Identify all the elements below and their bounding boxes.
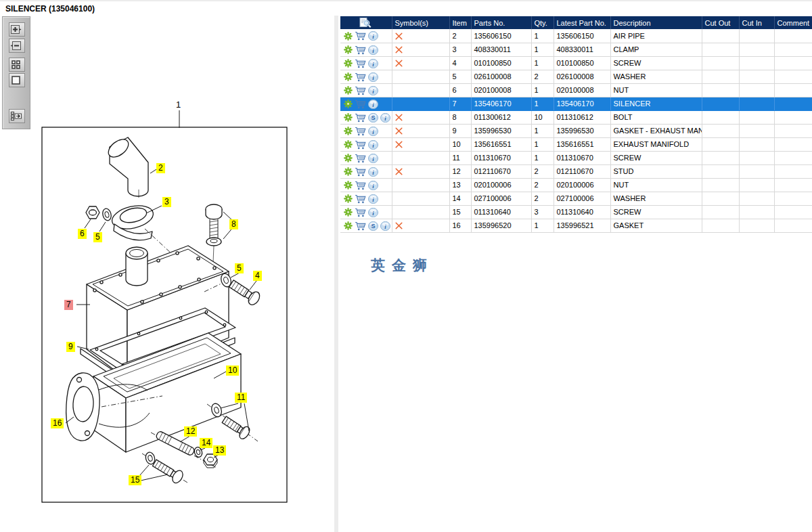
info-icon[interactable]: i xyxy=(368,167,378,177)
cart-icon[interactable] xyxy=(355,86,366,95)
minus-icon xyxy=(10,41,22,51)
gear-icon[interactable] xyxy=(344,59,353,68)
callout-8[interactable]: 8 xyxy=(229,219,238,229)
zoom-in-button[interactable] xyxy=(9,22,25,37)
info-icon[interactable]: i xyxy=(368,31,378,41)
part-row-item-10[interactable]: i101356165511135616551EXHAUST MANIFOLD xyxy=(340,137,812,151)
callout-16[interactable]: 16 xyxy=(51,418,64,428)
cart-icon[interactable] xyxy=(355,127,366,136)
callout-3[interactable]: 3 xyxy=(162,197,171,207)
column-header-comment[interactable]: Comment xyxy=(774,16,812,29)
gear-icon[interactable] xyxy=(344,208,353,217)
column-header-symbols[interactable]: Symbol(s) xyxy=(392,16,449,29)
part-row-item-15[interactable]: i150113106403011310640SCREW xyxy=(340,205,812,219)
callout-14[interactable]: 14 xyxy=(200,438,212,448)
cart-icon[interactable] xyxy=(355,59,366,68)
cart-icon[interactable] xyxy=(355,208,366,217)
gear-icon[interactable] xyxy=(344,167,353,176)
gear-icon[interactable] xyxy=(344,181,353,190)
part-row-item-4[interactable]: i40101008501010100850SCREW xyxy=(340,56,812,70)
gear-icon[interactable] xyxy=(344,99,353,108)
info-icon[interactable]: i xyxy=(368,99,378,109)
callout-6[interactable]: 6 xyxy=(78,229,87,239)
part-row-item-11[interactable]: i110113106701011310670SCREW xyxy=(340,151,812,164)
column-header-latest_part_no[interactable]: Latest Part No. xyxy=(554,16,610,29)
callout-5[interactable]: 5 xyxy=(235,263,244,273)
part-row-item-3[interactable]: i34083300111408330011CLAMP xyxy=(340,43,812,56)
column-header-actions[interactable] xyxy=(340,16,392,29)
gear-icon[interactable] xyxy=(344,154,353,162)
info-icon[interactable]: i xyxy=(368,86,378,95)
part-row-item-16[interactable]: Si161359965201135996521GASKET xyxy=(340,219,812,232)
cell-actions: i xyxy=(340,137,392,151)
cart-icon[interactable] xyxy=(355,194,366,204)
tile-view-button[interactable] xyxy=(9,58,25,72)
part-row-item-2[interactable]: i21356061501135606150AIR PIPE xyxy=(340,29,812,43)
column-header-parts_no[interactable]: Parts No. xyxy=(471,16,531,29)
info-icon[interactable]: i xyxy=(368,154,378,163)
cart-icon[interactable] xyxy=(355,154,366,163)
callout-7[interactable]: 7 xyxy=(64,300,73,310)
column-header-cut_out[interactable]: Cut Out xyxy=(702,16,739,29)
cart-icon[interactable] xyxy=(355,113,366,123)
cart-icon[interactable] xyxy=(355,99,366,109)
cell-item: 12 xyxy=(449,164,471,178)
info-icon[interactable]: i xyxy=(380,221,390,231)
s-badge-icon[interactable]: S xyxy=(368,113,378,123)
gear-icon[interactable] xyxy=(344,32,353,41)
gear-icon[interactable] xyxy=(344,127,353,135)
callout-13[interactable]: 13 xyxy=(213,445,226,456)
part-row-item-5[interactable]: i50261000082026100008WASHER xyxy=(340,70,812,83)
info-icon[interactable]: i xyxy=(368,127,378,136)
part-row-item-8[interactable]: Si801130061210011310612BOLT xyxy=(340,110,812,124)
gear-icon[interactable] xyxy=(344,113,353,122)
column-header-cut_in[interactable]: Cut In xyxy=(739,16,774,29)
gear-icon[interactable] xyxy=(344,140,353,149)
column-header-qty[interactable]: Qty. xyxy=(531,16,554,29)
gear-icon[interactable] xyxy=(344,86,353,95)
column-header-description[interactable]: Description xyxy=(610,16,702,29)
callout-12[interactable]: 12 xyxy=(184,426,197,437)
callout-4[interactable]: 4 xyxy=(253,271,262,281)
part-row-item-12[interactable]: i120121106702012110670STUD xyxy=(340,164,812,178)
info-icon[interactable]: i xyxy=(368,45,378,55)
gear-icon[interactable] xyxy=(344,45,353,54)
info-icon[interactable]: i xyxy=(368,208,378,217)
info-icon[interactable]: i xyxy=(368,59,378,68)
callout-5[interactable]: 5 xyxy=(93,232,102,242)
info-icon[interactable]: i xyxy=(368,140,378,150)
gear-icon[interactable] xyxy=(344,194,353,203)
info-icon[interactable]: i xyxy=(380,113,390,123)
callout-15[interactable]: 15 xyxy=(129,475,141,485)
s-badge-icon[interactable]: S xyxy=(368,221,378,231)
cart-icon[interactable] xyxy=(355,221,366,231)
callout-10[interactable]: 10 xyxy=(226,365,239,376)
part-row-item-6[interactable]: i60201000081020100008NUT xyxy=(340,83,812,97)
info-icon[interactable]: i xyxy=(368,72,378,82)
export-list-button[interactable] xyxy=(9,109,25,123)
cart-icon[interactable] xyxy=(355,140,366,150)
cart-icon[interactable] xyxy=(355,31,366,41)
callout-9[interactable]: 9 xyxy=(66,342,75,352)
cell-cut_in xyxy=(739,56,774,70)
part-row-item-9[interactable]: i91359965301135996530GASKET - EXHAUST MA… xyxy=(340,124,812,137)
info-icon[interactable]: i xyxy=(368,181,378,190)
part-row-item-14[interactable]: i140271000062027100006WASHER xyxy=(340,192,812,205)
callout-11[interactable]: 11 xyxy=(235,393,247,403)
zoom-out-button[interactable] xyxy=(9,39,25,53)
cart-icon[interactable] xyxy=(355,72,366,82)
cell-cut_out xyxy=(702,43,739,56)
cart-icon[interactable] xyxy=(355,45,366,55)
gear-icon[interactable] xyxy=(344,221,353,230)
part-row-item-7[interactable]: i71354061701135406170SILENCER xyxy=(340,97,812,110)
column-header-item[interactable]: Item xyxy=(449,16,471,29)
cell-cut_in xyxy=(739,70,774,83)
info-icon[interactable]: i xyxy=(368,194,378,204)
fit-view-button[interactable] xyxy=(9,73,25,87)
part-row-item-13[interactable]: i130201000062020100006NUT xyxy=(340,178,812,192)
callout-2[interactable]: 2 xyxy=(156,163,165,173)
gear-icon[interactable] xyxy=(344,72,353,81)
cart-icon[interactable] xyxy=(355,167,366,177)
cart-icon[interactable] xyxy=(355,181,366,190)
pane-splitter[interactable] xyxy=(334,16,338,532)
